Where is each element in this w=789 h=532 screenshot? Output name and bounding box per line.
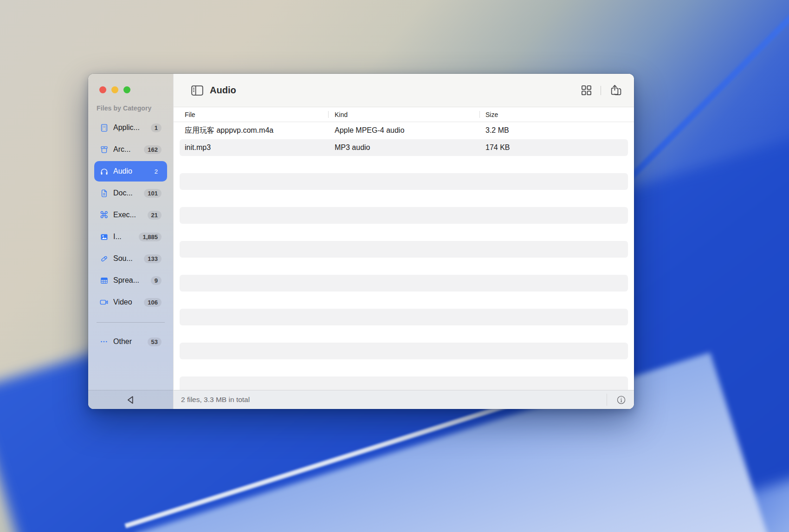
empty-row	[180, 156, 628, 173]
empty-row	[180, 325, 628, 343]
scroll-icon	[98, 253, 110, 264]
sidebar-item-documents[interactable]: Doc... 101	[94, 183, 167, 203]
sidebar-item-count: 53	[148, 337, 162, 346]
image-icon	[98, 232, 110, 242]
empty-row	[180, 224, 628, 241]
sidebar-item-count: 106	[144, 298, 162, 307]
titlebar: Audio	[174, 74, 634, 107]
file-size: 174 KB	[479, 143, 628, 152]
command-icon: ⌘	[98, 210, 110, 220]
sidebar-item-label: Audio	[113, 167, 151, 175]
empty-row	[180, 241, 628, 258]
empty-row	[180, 292, 628, 309]
sidebar: Files by Category Applic... 1	[88, 74, 173, 409]
file-list: 应用玩客 apppvp.com.m4a Apple MPEG-4 audio 3…	[174, 122, 634, 390]
sidebar-item-count: 162	[144, 145, 162, 154]
page-title: Audio	[210, 85, 236, 96]
file-row[interactable]: init.mp3 MP3 audio 174 KB	[180, 139, 628, 156]
column-header-kind[interactable]: Kind	[328, 107, 479, 122]
table-header: File Kind Size	[174, 107, 634, 122]
zoom-window-button[interactable]	[123, 86, 130, 93]
toggle-sidebar-button[interactable]	[191, 85, 203, 96]
sidebar-item-label: Video	[113, 298, 144, 306]
file-name: 应用玩客 apppvp.com.m4a	[180, 126, 328, 136]
sidebar-item-audio[interactable]: Audio 2	[94, 161, 167, 182]
sidebar-item-count: 101	[144, 189, 162, 198]
info-button[interactable]	[616, 395, 627, 405]
sidebar-item-count: 21	[148, 211, 162, 220]
file-kind: MP3 audio	[328, 143, 479, 152]
empty-row	[180, 309, 628, 326]
applications-icon	[98, 123, 110, 133]
info-icon	[616, 395, 627, 405]
empty-row	[180, 343, 628, 360]
ellipsis-icon	[98, 337, 110, 347]
file-size: 3.2 MB	[479, 126, 628, 135]
share-button[interactable]	[609, 84, 622, 97]
sidebar-section-title: Files by Category	[88, 104, 173, 112]
empty-row	[180, 173, 628, 190]
empty-row	[180, 376, 628, 390]
sidebar-item-label: Applic...	[113, 123, 151, 132]
empty-row	[180, 207, 628, 224]
empty-row	[180, 275, 628, 292]
statusbar-divider	[607, 394, 607, 406]
file-name: init.mp3	[180, 143, 328, 152]
empty-row	[180, 190, 628, 207]
sidebar-item-count: 9	[151, 276, 162, 285]
archive-icon	[98, 144, 110, 155]
close-window-button[interactable]	[99, 86, 106, 93]
grid-view-icon	[581, 84, 592, 96]
window-controls	[88, 74, 173, 93]
sidebar-item-applications[interactable]: Applic... 1	[94, 117, 167, 138]
share-icon	[609, 84, 622, 97]
sidebar-divider	[97, 322, 165, 323]
sidebar-item-images[interactable]: I... 1,885	[94, 227, 167, 247]
sidebar-item-label: Arc...	[113, 145, 144, 154]
sidebar-item-label: Other	[113, 337, 148, 346]
toolbar-divider	[601, 86, 601, 95]
app-window: Files by Category Applic... 1	[88, 74, 634, 409]
sidebar-toggle-icon	[191, 85, 203, 96]
sidebar-item-count: 1,885	[139, 233, 162, 241]
sidebar-item-executables[interactable]: ⌘ Exec... 21	[94, 205, 167, 225]
empty-row	[180, 359, 628, 376]
sidebar-item-label: I...	[113, 233, 139, 241]
column-header-size[interactable]: Size	[479, 107, 634, 122]
sidebar-item-video[interactable]: Video 106	[94, 292, 167, 312]
back-icon	[124, 394, 137, 406]
sidebar-item-other[interactable]: Other 53	[94, 331, 167, 352]
document-icon	[98, 188, 110, 198]
sidebar-item-spreadsheets[interactable]: Sprea... 9	[94, 270, 167, 291]
spreadsheet-icon	[98, 275, 110, 285]
sidebar-footer	[88, 390, 173, 409]
file-kind: Apple MPEG-4 audio	[328, 126, 479, 135]
sidebar-item-label: Doc...	[113, 189, 144, 197]
sidebar-item-label: Sou...	[113, 254, 144, 263]
minimize-window-button[interactable]	[111, 86, 118, 93]
column-header-file[interactable]: File	[174, 107, 328, 122]
category-list: Applic... 1 Arc... 162	[88, 117, 173, 390]
status-summary: 2 files, 3.3 MB in total	[181, 396, 250, 404]
grid-view-button[interactable]	[581, 84, 592, 96]
file-row[interactable]: 应用玩客 apppvp.com.m4a Apple MPEG-4 audio 3…	[180, 122, 628, 139]
status-bar: 2 files, 3.3 MB in total	[174, 390, 634, 409]
main-pane: Audio	[173, 74, 634, 409]
sidebar-item-label: Exec...	[113, 211, 148, 219]
sidebar-item-count: 1	[151, 123, 162, 132]
video-icon	[98, 297, 110, 307]
sidebar-item-source-code[interactable]: Sou... 133	[94, 248, 167, 269]
back-button[interactable]	[124, 394, 137, 406]
sidebar-item-count: 133	[144, 254, 162, 263]
empty-row	[180, 258, 628, 275]
sidebar-item-label: Sprea...	[113, 276, 151, 285]
headphones-icon	[98, 166, 110, 176]
sidebar-item-count: 2	[151, 167, 162, 176]
sidebar-item-archives[interactable]: Arc... 162	[94, 139, 167, 160]
